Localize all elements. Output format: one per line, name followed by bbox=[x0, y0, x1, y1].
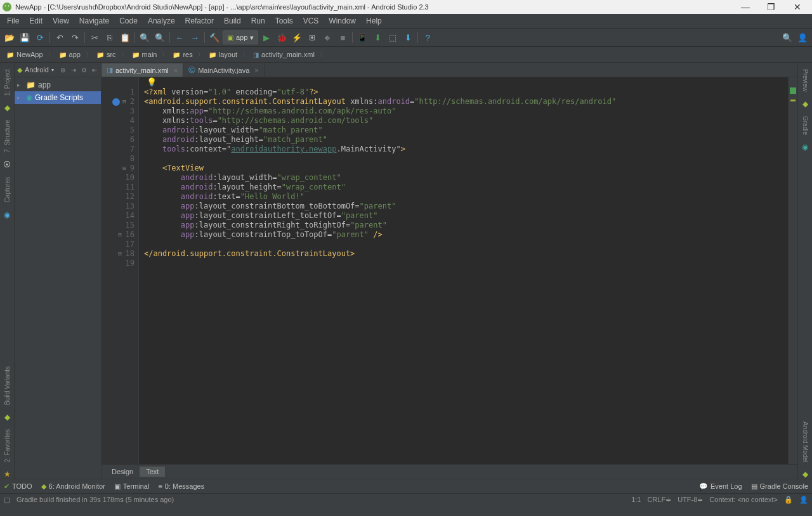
menu-view[interactable]: View bbox=[48, 15, 74, 27]
text-tab[interactable]: Text bbox=[140, 467, 165, 477]
menu-edit[interactable]: Edit bbox=[25, 15, 47, 27]
crumb-file[interactable]: ◨activity_main.xml bbox=[249, 51, 318, 58]
run-config-selector[interactable]: ▣ app ▾ bbox=[223, 30, 258, 44]
tree-node-app[interactable]: ▸ 📁 app bbox=[15, 79, 101, 91]
code-area[interactable]: 💡<?xml version="1.0" encoding="utf-8"?> … bbox=[139, 77, 788, 464]
hide-icon[interactable]: ⇤ bbox=[90, 67, 98, 74]
coverage-icon[interactable]: ⛨ bbox=[305, 30, 319, 44]
close-tab-icon[interactable]: × bbox=[254, 67, 258, 74]
find-icon[interactable]: 🔍 bbox=[138, 30, 152, 44]
tab-structure[interactable]: 7: Structure bbox=[4, 116, 11, 157]
close-button[interactable]: ✕ bbox=[785, 2, 809, 12]
menu-run[interactable]: Run bbox=[247, 15, 270, 27]
scroll-from-source-icon[interactable]: ⊕ bbox=[59, 67, 67, 74]
help-icon[interactable]: ? bbox=[421, 30, 435, 44]
run-icon[interactable]: ▶ bbox=[259, 30, 273, 44]
design-tab[interactable]: Design bbox=[105, 467, 140, 477]
crumb-main[interactable]: 📁main bbox=[128, 51, 161, 58]
minimize-button[interactable]: — bbox=[733, 2, 757, 12]
crumb-app[interactable]: 📁app bbox=[55, 51, 84, 58]
status-encoding[interactable]: UTF-8≑ bbox=[678, 496, 703, 504]
hector-icon[interactable]: 👤 bbox=[799, 496, 808, 504]
tab-project[interactable]: 1: Project bbox=[4, 65, 11, 100]
menu-code[interactable]: Code bbox=[115, 15, 142, 27]
editor-gutter[interactable]: 1 ⊟2 3 4 5 6 7 8 ⊟9 10 11 12 13 14 15 ⊟1… bbox=[102, 77, 139, 464]
lock-icon[interactable]: 🔒 bbox=[784, 496, 793, 504]
editor-area: ◨ activity_main.xml × Ⓒ MainActivity.jav… bbox=[102, 63, 797, 479]
download-icon[interactable]: ⬇ bbox=[401, 30, 415, 44]
structure-icon: ⦿ bbox=[3, 160, 11, 169]
stop-icon[interactable]: ■ bbox=[336, 30, 350, 44]
editor-tab-activity-main[interactable]: ◨ activity_main.xml × bbox=[102, 63, 183, 77]
attach-icon[interactable]: ⎆ bbox=[320, 30, 334, 44]
lightbulb-icon[interactable]: 💡 bbox=[147, 77, 157, 87]
maximize-button[interactable]: ❐ bbox=[759, 2, 783, 12]
expand-arrow-icon[interactable]: ▸ bbox=[17, 82, 23, 88]
menu-window[interactable]: Window bbox=[324, 15, 360, 27]
undo-icon[interactable]: ↶ bbox=[53, 30, 67, 44]
error-stripe[interactable] bbox=[788, 77, 797, 464]
tab-build-variants[interactable]: Build Variants bbox=[4, 363, 11, 409]
tree-node-gradle-scripts[interactable]: ▸ ◉ Gradle Scripts bbox=[15, 91, 101, 104]
open-icon[interactable]: 📂 bbox=[3, 30, 16, 44]
status-position[interactable]: 1:1 bbox=[631, 496, 641, 503]
menu-analyze[interactable]: Analyze bbox=[143, 15, 180, 27]
status-line-separator[interactable]: CRLF≑ bbox=[647, 496, 671, 504]
assistant-icon[interactable]: 👤 bbox=[796, 30, 809, 44]
back-icon[interactable]: ← bbox=[173, 30, 187, 44]
tab-favorites[interactable]: 2: Favorites bbox=[4, 425, 11, 466]
crumb-res[interactable]: 📁res bbox=[169, 51, 196, 58]
menu-tools[interactable]: Tools bbox=[271, 15, 298, 27]
warning-mark[interactable] bbox=[790, 100, 796, 101]
tw-messages[interactable]: ≡0: Messages bbox=[158, 482, 204, 490]
toolwindow-toggle-icon[interactable]: ▢ bbox=[4, 496, 10, 504]
expand-arrow-icon[interactable]: ▸ bbox=[17, 94, 23, 101]
android-icon: ▣ bbox=[227, 34, 233, 42]
debug-icon[interactable]: 🐞 bbox=[275, 30, 289, 44]
copy-icon[interactable]: ⎘ bbox=[103, 30, 117, 44]
tab-gradle[interactable]: Gradle bbox=[802, 112, 809, 139]
tab-preview[interactable]: Preview bbox=[802, 65, 809, 96]
folder-icon: 📁 bbox=[173, 51, 180, 58]
sdk-icon[interactable]: ⬇ bbox=[370, 30, 384, 44]
sync-icon[interactable]: ⟳ bbox=[33, 30, 47, 44]
tab-captures[interactable]: Captures bbox=[4, 173, 11, 207]
tab-android-model[interactable]: Android Model bbox=[802, 418, 809, 466]
avd-icon[interactable]: 📱 bbox=[355, 30, 369, 44]
menu-build[interactable]: Build bbox=[219, 15, 246, 27]
status-context[interactable]: Context: <no context> bbox=[709, 496, 778, 503]
tw-android-monitor[interactable]: ◆6: Android Monitor bbox=[41, 482, 105, 491]
profile-icon[interactable]: ⚡ bbox=[290, 30, 304, 44]
menu-vcs[interactable]: VCS bbox=[299, 15, 324, 27]
forward-icon[interactable]: → bbox=[188, 30, 202, 44]
status-message: Gradle build finished in 39s 178ms (5 mi… bbox=[16, 496, 174, 503]
project-view-selector[interactable]: Android bbox=[25, 66, 49, 74]
make-icon[interactable]: 🔨 bbox=[207, 30, 221, 44]
save-icon[interactable]: 💾 bbox=[18, 30, 32, 44]
paste-icon[interactable]: 📋 bbox=[118, 30, 132, 44]
menu-help[interactable]: Help bbox=[362, 15, 386, 27]
xml-file-icon: ◨ bbox=[107, 66, 113, 74]
cut-icon[interactable]: ✂ bbox=[88, 30, 102, 44]
collapse-icon[interactable]: ⇥ bbox=[69, 67, 77, 74]
redo-icon[interactable]: ↷ bbox=[68, 30, 82, 44]
replace-icon[interactable]: 🔍 bbox=[153, 30, 167, 44]
menu-navigate[interactable]: Navigate bbox=[75, 15, 114, 27]
gutter-mark-icon[interactable] bbox=[112, 98, 120, 106]
crumb-project[interactable]: 📁NewApp bbox=[3, 51, 47, 58]
tw-todo[interactable]: ✔TODO bbox=[4, 482, 32, 491]
layout-inspector-icon[interactable]: ⬚ bbox=[386, 30, 400, 44]
crumb-layout[interactable]: 📁layout bbox=[205, 51, 241, 58]
menu-refactor[interactable]: Refactor bbox=[181, 15, 218, 27]
close-tab-icon[interactable]: × bbox=[174, 67, 178, 74]
menu-file[interactable]: File bbox=[3, 15, 23, 27]
search-everywhere-icon[interactable]: 🔍 bbox=[780, 30, 794, 44]
crumb-src[interactable]: 📁src bbox=[93, 51, 120, 58]
tw-event-log[interactable]: 💬Event Log bbox=[699, 482, 742, 491]
tw-terminal[interactable]: ▣Terminal bbox=[114, 482, 150, 491]
editor-content[interactable]: 1 ⊟2 3 4 5 6 7 8 ⊟9 10 11 12 13 14 15 ⊟1… bbox=[102, 77, 797, 464]
main-toolbar: 📂 💾 ⟳ ↶ ↷ ✂ ⎘ 📋 🔍 🔍 ← → 🔨 ▣ app ▾ ▶ 🐞 ⚡ … bbox=[0, 29, 812, 47]
tw-gradle-console[interactable]: ▤Gradle Console bbox=[751, 482, 808, 491]
gear-icon[interactable]: ⚙ bbox=[80, 67, 88, 74]
editor-tab-mainactivity[interactable]: Ⓒ MainActivity.java × bbox=[183, 63, 265, 77]
